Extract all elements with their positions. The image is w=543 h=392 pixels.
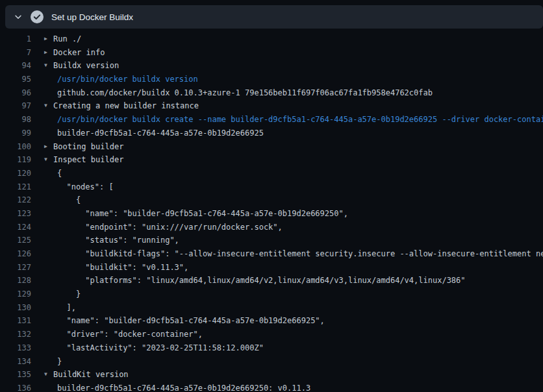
log-group-row[interactable]: 7▶Docker info xyxy=(0,46,543,60)
command-text: /usr/bin/docker buildx create --name bui… xyxy=(57,113,543,127)
log-text: "driver": "docker-container", xyxy=(57,328,203,341)
line-number[interactable]: 95 xyxy=(0,73,31,86)
line-number[interactable]: 97 xyxy=(0,99,31,113)
line-number[interactable]: 120 xyxy=(0,167,31,180)
group-title: BuildKit version xyxy=(53,368,129,382)
log-line: 121 "nodes": [ xyxy=(0,180,543,194)
log-text: } xyxy=(57,288,81,301)
line-number[interactable]: 130 xyxy=(0,301,31,315)
group-title: Inspect builder xyxy=(53,153,123,167)
log-group-row[interactable]: 119▼Inspect builder xyxy=(0,153,543,167)
group-title: Booting builder xyxy=(53,140,123,154)
log-area: 1▶Run ./7▶Docker info94▼Buildx version95… xyxy=(0,32,543,392)
triangle-right-icon[interactable]: ▶ xyxy=(44,140,53,154)
log-text: "name": "builder-d9cfb5a1-c764-445a-a57e… xyxy=(57,207,348,221)
line-number[interactable]: 129 xyxy=(0,288,31,301)
group-title: Creating a new builder instance xyxy=(53,99,199,113)
line-number[interactable]: 135 xyxy=(0,368,31,382)
log-text: "lastActivity": "2023-02-25T11:58:12.000… xyxy=(57,341,264,355)
group-title: Docker info xyxy=(53,46,105,60)
log-line: 131 "name": "builder-d9cfb5a1-c764-445a-… xyxy=(0,314,543,328)
log-text: "endpoint": "unix:///var/run/docker.sock… xyxy=(57,221,283,234)
line-number[interactable]: 127 xyxy=(0,261,31,275)
line-number[interactable]: 100 xyxy=(0,140,31,154)
log-text: "status": "running", xyxy=(57,234,179,247)
log-line: 136builder-d9cfb5a1-c764-445a-a57e-0b19d… xyxy=(0,382,543,392)
log-line: 96github.com/docker/buildx 0.10.3+azure-… xyxy=(0,86,543,100)
log-line: 128 "platforms": "linux/amd64,linux/amd6… xyxy=(0,274,543,288)
log-text: builder-d9cfb5a1-c764-445a-a57e-0b19d2e6… xyxy=(57,382,310,392)
line-number[interactable]: 133 xyxy=(0,341,31,355)
log-group-row[interactable]: 100▶Booting builder xyxy=(0,140,543,154)
group-title: Run ./ xyxy=(53,32,81,46)
line-number[interactable]: 96 xyxy=(0,86,31,100)
log-text: { xyxy=(57,193,81,207)
log-line: 130 ], xyxy=(0,301,543,315)
triangle-right-icon[interactable]: ▶ xyxy=(44,32,53,46)
step-title: Set up Docker Buildx xyxy=(51,12,133,22)
log-line: 123 "name": "builder-d9cfb5a1-c764-445a-… xyxy=(0,207,543,221)
line-number[interactable]: 99 xyxy=(0,127,31,140)
log-text: "name": "builder-d9cfb5a1-c764-445a-a57e… xyxy=(57,314,325,328)
triangle-down-icon[interactable]: ▼ xyxy=(44,368,53,382)
line-number[interactable]: 125 xyxy=(0,234,31,247)
log-text: "platforms": "linux/amd64,linux/amd64/v2… xyxy=(57,274,466,288)
log-line: 124 "endpoint": "unix:///var/run/docker.… xyxy=(0,221,543,234)
line-number[interactable]: 124 xyxy=(0,221,31,234)
log-text: "buildkitd-flags": "--allow-insecure-ent… xyxy=(57,247,543,261)
step-header[interactable]: Set up Docker Buildx xyxy=(5,5,543,29)
line-number[interactable]: 7 xyxy=(0,46,31,60)
log-line: 98/usr/bin/docker buildx create --name b… xyxy=(0,113,543,127)
line-number[interactable]: 123 xyxy=(0,207,31,221)
log-group-row[interactable]: 1▶Run ./ xyxy=(0,32,543,46)
triangle-down-icon[interactable]: ▼ xyxy=(44,153,53,167)
log-line: 122 { xyxy=(0,193,543,207)
log-line: 132 "driver": "docker-container", xyxy=(0,328,543,341)
group-title: Buildx version xyxy=(53,59,119,73)
log-group-row[interactable]: 97▼Creating a new builder instance xyxy=(0,99,543,113)
line-number[interactable]: 134 xyxy=(0,355,31,369)
log-group-row[interactable]: 94▼Buildx version xyxy=(0,59,543,73)
log-text: ], xyxy=(57,301,76,315)
log-text: "nodes": [ xyxy=(57,180,114,194)
log-text: builder-d9cfb5a1-c764-445a-a57e-0b19d2e6… xyxy=(57,127,264,140)
log-group-row[interactable]: 135▼BuildKit version xyxy=(0,368,543,382)
line-number[interactable]: 121 xyxy=(0,180,31,194)
triangle-down-icon[interactable]: ▼ xyxy=(44,59,53,73)
line-number[interactable]: 136 xyxy=(0,382,31,392)
line-number[interactable]: 128 xyxy=(0,274,31,288)
line-number[interactable]: 94 xyxy=(0,59,31,73)
line-number[interactable]: 1 xyxy=(0,32,31,46)
log-line: 127 "buildkit": "v0.11.3", xyxy=(0,261,543,275)
check-circle-icon xyxy=(31,10,44,23)
log-text: } xyxy=(57,355,62,369)
log-text: github.com/docker/buildx 0.10.3+azure-1 … xyxy=(57,86,433,100)
triangle-right-icon[interactable]: ▶ xyxy=(44,46,53,60)
line-number[interactable]: 98 xyxy=(0,113,31,127)
log-line: 129 } xyxy=(0,288,543,301)
log-line: 99builder-d9cfb5a1-c764-445a-a57e-0b19d2… xyxy=(0,127,543,140)
log-line: 125 "status": "running", xyxy=(0,234,543,247)
log-line: 126 "buildkitd-flags": "--allow-insecure… xyxy=(0,247,543,261)
line-number[interactable]: 126 xyxy=(0,247,31,261)
line-number[interactable]: 119 xyxy=(0,153,31,167)
log-line: 120{ xyxy=(0,167,543,180)
log-line: 134} xyxy=(0,355,543,369)
line-number[interactable]: 132 xyxy=(0,328,31,341)
log-line: 133 "lastActivity": "2023-02-25T11:58:12… xyxy=(0,341,543,355)
log-text: { xyxy=(57,167,62,180)
line-number[interactable]: 131 xyxy=(0,314,31,328)
chevron-down-icon[interactable] xyxy=(13,12,23,22)
line-number[interactable]: 122 xyxy=(0,193,31,207)
command-text: /usr/bin/docker buildx version xyxy=(57,73,198,86)
triangle-down-icon[interactable]: ▼ xyxy=(44,99,53,113)
log-line: 95/usr/bin/docker buildx version xyxy=(0,73,543,86)
log-text: "buildkit": "v0.11.3", xyxy=(57,261,188,275)
